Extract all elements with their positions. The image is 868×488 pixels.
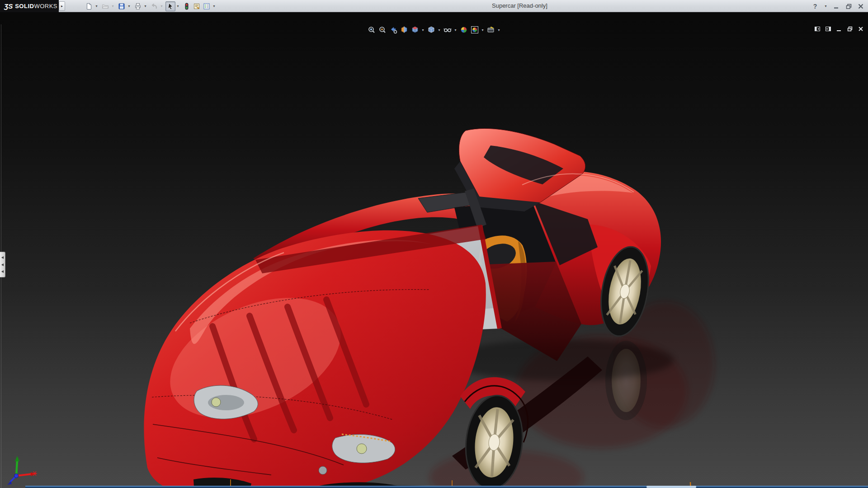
collapsed-feature-pane-tab[interactable] — [0, 252, 5, 277]
zoom-to-area-icon — [378, 26, 387, 34]
section-view-icon — [400, 26, 408, 34]
collapse-arrow-icon — [1, 270, 4, 273]
new-document-button[interactable] — [84, 1, 94, 11]
options-icon — [203, 3, 210, 10]
zoom-to-fit-button[interactable] — [366, 25, 377, 34]
close-icon — [858, 26, 864, 32]
view-settings-icon — [487, 26, 495, 34]
new-document-icon — [85, 3, 93, 10]
select-cursor-icon — [167, 3, 174, 10]
display-style-icon — [427, 26, 435, 34]
panel-left-icon — [814, 26, 821, 32]
undo-button[interactable] — [149, 1, 159, 11]
panel-right-icon — [825, 26, 831, 32]
taskbar-edge-strip — [25, 486, 868, 488]
collapse-arrow-icon — [1, 256, 4, 259]
collapse-arrow-icon — [1, 263, 4, 266]
document-window-controls — [813, 25, 864, 33]
file-properties-icon — [193, 3, 200, 10]
view-settings-dropdown[interactable]: ▾ — [496, 25, 501, 34]
edit-appearance-icon — [460, 26, 468, 34]
window-controls: ? ▾ — [811, 0, 865, 12]
close-window-button[interactable] — [857, 2, 865, 11]
apply-scene-button[interactable] — [469, 25, 480, 34]
solidworks-window: ▾ ▾ ▾ — [0, 0, 868, 488]
brand-mark: ƷS — [4, 2, 13, 10]
print-button[interactable] — [133, 1, 143, 11]
section-view-button[interactable] — [399, 25, 409, 34]
main-toolbar: ▾ ▾ ▾ ▾ — [84, 1, 218, 11]
options-button[interactable] — [202, 1, 212, 11]
previous-view-button[interactable] — [388, 25, 398, 34]
zoom-to-fit-icon — [368, 26, 376, 34]
help-dropdown[interactable]: ▾ — [823, 1, 828, 11]
print-dropdown[interactable]: ▾ — [143, 1, 148, 11]
undo-dropdown[interactable]: ▾ — [159, 1, 164, 11]
edit-appearance-button[interactable] — [458, 25, 469, 34]
car-3d-model — [0, 24, 868, 488]
minimize-icon — [833, 3, 840, 9]
display-style-button[interactable] — [426, 25, 436, 34]
title-bar: ƷS SOLID WORKS ▸ ▾ ▾ — [0, 0, 868, 12]
save-button[interactable] — [117, 1, 127, 11]
restore-icon — [845, 3, 852, 9]
hide-show-items-button[interactable] — [442, 25, 453, 34]
restore-icon — [847, 26, 853, 32]
select-dropdown[interactable]: ▾ — [175, 1, 180, 11]
hide-show-items-dropdown[interactable]: ▾ — [453, 25, 458, 34]
display-style-dropdown[interactable]: ▾ — [437, 25, 442, 34]
solidworks-logo: ƷS SOLID WORKS — [0, 0, 59, 12]
toggle-left-pane-button[interactable] — [813, 25, 821, 33]
menu-flyout-button[interactable]: ▸ — [59, 1, 65, 11]
reference-triad — [4, 454, 47, 488]
brand-name-light: WORKS — [34, 3, 57, 9]
toggle-right-pane-button[interactable] — [824, 25, 832, 33]
new-document-dropdown[interactable]: ▾ — [94, 1, 99, 11]
hide-show-items-icon — [443, 26, 452, 34]
save-icon — [118, 3, 125, 10]
open-document-dropdown[interactable]: ▾ — [110, 1, 115, 11]
window-title: Supercar [Read-only] — [492, 0, 547, 12]
graphics-viewport[interactable]: ▾ ▾ ▾ — [0, 12, 868, 488]
view-settings-button[interactable] — [486, 25, 496, 34]
view-orientation-icon — [411, 26, 419, 34]
rebuild-traffic-light-icon — [183, 3, 190, 10]
options-dropdown[interactable]: ▾ — [212, 1, 217, 11]
minimize-document-button[interactable] — [835, 25, 843, 33]
select-button[interactable] — [165, 1, 175, 11]
headsup-view-toolbar: ▾ ▾ ▾ — [366, 25, 501, 34]
previous-view-icon — [389, 26, 397, 34]
minimize-window-button[interactable] — [832, 2, 840, 11]
minimize-icon — [836, 26, 842, 32]
save-dropdown[interactable]: ▾ — [127, 1, 132, 11]
rebuild-button[interactable] — [182, 1, 192, 11]
open-document-button[interactable] — [100, 1, 110, 11]
restore-window-button[interactable] — [844, 2, 853, 11]
help-button[interactable]: ? — [811, 2, 819, 11]
apply-scene-dropdown[interactable]: ▾ — [480, 25, 485, 34]
undo-icon — [151, 3, 158, 10]
print-icon — [134, 3, 142, 10]
brand-name-bold: SOLID — [15, 3, 34, 9]
close-icon — [858, 3, 864, 9]
close-document-button[interactable] — [857, 25, 864, 33]
file-properties-button[interactable] — [192, 1, 202, 11]
taskbar-edge-glow — [646, 486, 696, 488]
view-orientation-dropdown[interactable]: ▾ — [420, 25, 425, 34]
open-document-icon — [102, 3, 109, 10]
restore-document-button[interactable] — [846, 25, 854, 33]
view-orientation-button[interactable] — [410, 25, 420, 34]
apply-scene-icon — [471, 26, 479, 34]
zoom-to-area-button[interactable] — [377, 25, 387, 34]
